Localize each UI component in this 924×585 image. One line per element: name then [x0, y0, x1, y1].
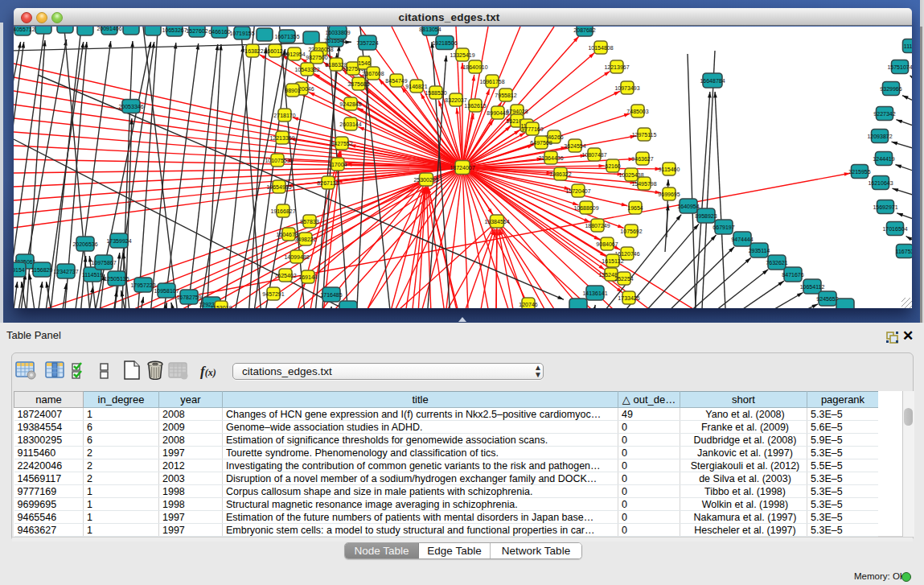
svg-text:1527602: 1527602	[186, 28, 207, 34]
svg-text:120746: 120746	[519, 302, 537, 307]
svg-text:16648784: 16648784	[700, 78, 725, 84]
svg-text:9457291: 9457291	[262, 291, 284, 297]
svg-text:3875685: 3875685	[347, 81, 369, 87]
svg-text:9245652: 9245652	[816, 296, 838, 302]
svg-text:6679197: 6679197	[713, 225, 734, 230]
svg-text:8322037: 8322037	[445, 97, 466, 103]
svg-text:62160: 62160	[605, 163, 621, 169]
svg-text:18640910: 18640910	[462, 64, 487, 70]
svg-text:1244419: 1244419	[873, 156, 894, 162]
svg-text:39154: 39154	[14, 267, 25, 273]
svg-text:9146821: 9146821	[405, 84, 427, 89]
svg-text:3624554: 3624554	[564, 143, 585, 149]
svg-text:3498222: 3498222	[294, 237, 316, 242]
svg-text:9227342: 9227342	[873, 111, 895, 117]
svg-text:19654: 19654	[627, 205, 643, 211]
svg-text:14136141: 14136141	[582, 290, 607, 296]
svg-text:7955812: 7955812	[495, 93, 516, 98]
svg-text:1075692: 1075692	[620, 229, 642, 234]
svg-text:16671355: 16671355	[274, 34, 299, 39]
svg-text:14099488: 14099488	[284, 254, 309, 260]
svg-text:19384554: 19384554	[484, 219, 509, 225]
svg-text:17016504: 17016504	[882, 226, 907, 232]
svg-text:9427552: 9427552	[331, 141, 352, 146]
svg-text:8454749: 8454749	[385, 78, 407, 84]
svg-text:16210643: 16210643	[868, 180, 893, 186]
svg-text:15720407: 15720407	[565, 188, 590, 194]
svg-text:10653267: 10653267	[162, 27, 187, 33]
svg-text:9242848: 9242848	[339, 101, 361, 107]
svg-text:1615132: 1615132	[602, 258, 623, 264]
svg-text:6794028: 6794028	[506, 109, 528, 114]
svg-text:9463627: 9463627	[631, 156, 653, 162]
svg-text:117004: 117004	[329, 162, 347, 167]
svg-text:9699695: 9699695	[658, 192, 680, 197]
svg-text:116753: 116753	[896, 249, 912, 254]
svg-text:13325419: 13325419	[450, 52, 474, 58]
svg-text:10154808: 10154808	[588, 45, 613, 51]
svg-text:7163822: 7163822	[241, 48, 263, 54]
svg-text:10975867: 10975867	[91, 260, 116, 266]
svg-text:9084067: 9084067	[596, 241, 618, 247]
svg-text:12342737: 12342737	[53, 269, 78, 274]
svg-text:1362615: 1362615	[464, 103, 486, 109]
svg-text:10107553: 10107553	[265, 158, 290, 163]
svg-text:20053346: 20053346	[118, 104, 143, 109]
svg-text:1716485: 1716485	[320, 292, 342, 298]
svg-text:19218506: 19218506	[432, 40, 457, 46]
svg-text:19654985: 19654985	[266, 184, 291, 190]
svg-text:6466160: 6466160	[208, 29, 230, 35]
svg-text:18807249: 18807249	[585, 223, 610, 229]
svg-text:169144: 169144	[298, 274, 317, 280]
svg-text:2603144: 2603144	[339, 122, 361, 127]
svg-text:10654112: 10654112	[800, 284, 825, 290]
svg-text:8958923: 8958923	[695, 213, 717, 219]
svg-text:7625402: 7625402	[274, 273, 296, 278]
svg-text:10688609: 10688609	[573, 205, 598, 211]
svg-text:9329966: 9329966	[880, 86, 901, 92]
svg-text:16033809: 16033809	[325, 30, 350, 35]
svg-text:19166827: 19166827	[270, 208, 295, 214]
svg-text:25300295: 25300295	[413, 177, 438, 183]
svg-text:17957223: 17957223	[130, 282, 155, 288]
svg-text:18724007: 18724007	[450, 165, 474, 171]
svg-text:6497568: 6497568	[530, 140, 552, 146]
svg-text:20206536: 20206536	[72, 241, 97, 247]
svg-text:12213369: 12213369	[269, 135, 294, 141]
svg-text:7485003: 7485003	[626, 109, 648, 114]
svg-text:12505135: 12505135	[104, 276, 129, 282]
svg-text:98901: 98901	[285, 88, 301, 93]
svg-text:16961758: 16961758	[479, 79, 504, 84]
svg-text:1156829: 1156829	[31, 267, 53, 273]
svg-text:14055712: 14055712	[14, 27, 35, 32]
svg-text:11173: 11173	[904, 43, 912, 49]
svg-text:7632621: 7632621	[766, 260, 787, 266]
svg-text:10719155: 10719155	[229, 31, 254, 36]
svg-text:8267130: 8267130	[317, 180, 339, 186]
svg-text:1153019: 1153019	[211, 305, 232, 309]
svg-text:252254: 252254	[614, 276, 633, 282]
svg-text:10973493: 10973493	[614, 85, 639, 91]
svg-text:2367608: 2367608	[362, 71, 384, 76]
svg-text:12213967: 12213967	[604, 64, 629, 70]
svg-text:10958107: 10958107	[154, 288, 179, 294]
svg-text:10807487: 10807487	[581, 152, 606, 158]
svg-text:3215955: 3215955	[848, 169, 870, 175]
svg-text:21364436: 21364436	[538, 155, 563, 161]
svg-text:1640954: 1640954	[677, 204, 699, 209]
svg-text:10543382: 10543382	[294, 67, 319, 72]
svg-text:9777169: 9777169	[521, 126, 543, 132]
svg-text:17359924: 17359924	[106, 238, 131, 244]
svg-text:2935114: 2935114	[749, 248, 770, 253]
svg-text:7986322: 7986322	[549, 171, 571, 177]
svg-text:9827500: 9827500	[306, 55, 327, 60]
svg-text:2718170: 2718170	[273, 113, 295, 118]
svg-text:15692971: 15692971	[873, 204, 897, 210]
svg-text:9115460: 9115460	[659, 167, 680, 172]
svg-text:15751074: 15751074	[887, 64, 912, 70]
svg-text:12093872: 12093872	[867, 134, 892, 139]
svg-text:15495798: 15495798	[631, 181, 656, 187]
svg-text:1114519: 1114519	[82, 272, 103, 278]
svg-text:8471676: 8471676	[782, 272, 803, 278]
svg-text:2087682: 2087682	[573, 27, 595, 33]
